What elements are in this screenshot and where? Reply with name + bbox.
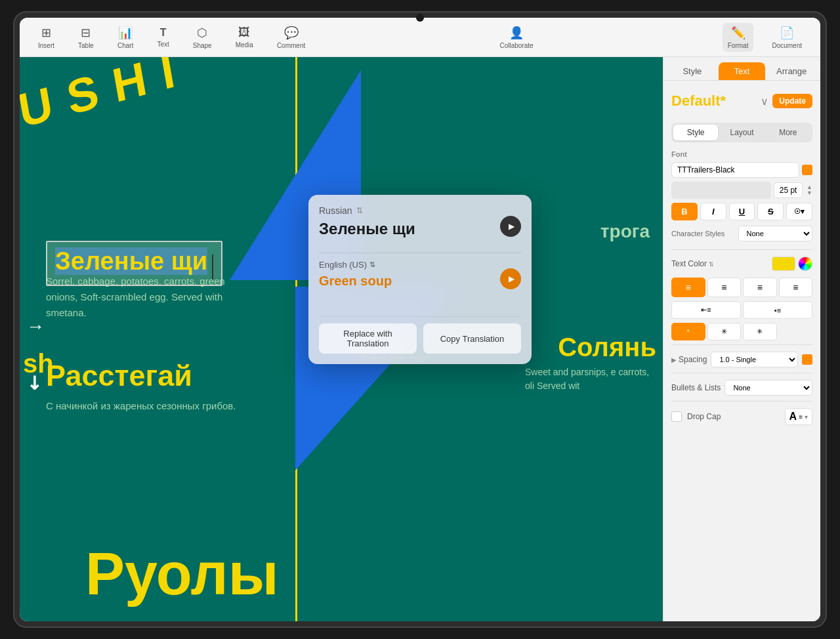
webcam — [416, 14, 424, 22]
font-size-stepper[interactable]: ▲ ▼ — [807, 184, 812, 196]
toolbar-item-table[interactable]: ⊟ Table — [73, 23, 99, 52]
font-size-input[interactable] — [774, 182, 803, 198]
bold-button[interactable]: B — [671, 203, 698, 220]
align-col-button[interactable]: * — [671, 323, 705, 340]
alignment-grid: ≡ ≡ ≡ ≡ — [671, 278, 812, 297]
source-lang-row: Russian ⇅ — [319, 205, 521, 216]
tab-text[interactable]: Text — [719, 62, 766, 80]
text-color-arrows: ⇅ — [709, 261, 714, 268]
char-styles-row: Character Styles None — [671, 226, 812, 241]
sub-tab-style[interactable]: Style — [673, 125, 718, 140]
play-translated-button[interactable]: ▶ — [500, 268, 521, 289]
toolbar-item-format[interactable]: ✏️ Format — [723, 23, 754, 52]
collaborate-label: Collaborate — [499, 42, 533, 49]
color-wheel-button[interactable] — [798, 257, 812, 271]
lang-arrows-icon: ⇅ — [356, 206, 363, 215]
translated-text: Green soup — [319, 274, 392, 289]
source-lang-label: Russian — [319, 205, 352, 216]
tab-arrange[interactable]: Arrange — [768, 62, 815, 80]
toolbar-item-chart[interactable]: 📊 Chart — [112, 23, 138, 52]
bullets-section: Bullets & Lists None — [671, 373, 812, 396]
bullets-label: Bullets & Lists — [671, 383, 721, 392]
more-format-button[interactable]: ☉▾ — [786, 203, 812, 220]
toolbar-item-collaborate[interactable]: 👤 Collaborate — [494, 23, 538, 52]
screen: ⊞ Insert ⊟ Table 📊 Chart T Text ⬡ Sha — [20, 18, 820, 621]
right-panel: Style Text Arrange Default* ∨ Update Sty… — [663, 57, 820, 621]
align-indent-button[interactable]: ⇤≡ — [671, 301, 741, 319]
comment-icon: 💬 — [284, 26, 299, 40]
spacing-label: ▶ Spacing — [671, 355, 707, 364]
align-center-button[interactable]: ≡ — [707, 278, 742, 297]
italic-button[interactable]: I — [700, 203, 726, 220]
spacing-row: ▶ Spacing 1.0 - Single — [671, 352, 812, 367]
align-right-button[interactable]: ≡ — [743, 278, 777, 297]
align-justify-button[interactable]: ≡ — [779, 278, 813, 297]
copy-translation-button[interactable]: Copy Translation — [423, 323, 521, 354]
toolbar-item-shape[interactable]: ⬡ Shape — [188, 23, 217, 52]
drop-cap-label: Drop Cap — [687, 412, 780, 421]
align-star3-button[interactable]: ✳ — [743, 323, 777, 340]
text-color-row: Text Color ⇅ — [671, 257, 812, 271]
format-icon: ✏️ — [731, 26, 746, 40]
align-star2-button[interactable]: ✳ — [707, 323, 742, 340]
drop-cap-style-button[interactable]: A ≡ ▾ — [785, 408, 812, 425]
drop-cap-lines-icon: ≡ — [799, 413, 803, 421]
char-styles-select[interactable]: None — [738, 226, 813, 241]
canvas-area: U S H I Зеленые щи Sorrel, cabbage, pota… — [20, 57, 663, 621]
drop-cap-chevron-icon: ▾ — [805, 413, 808, 421]
main-heading: U S H I — [20, 57, 179, 134]
toolbar-item-insert[interactable]: ⊞ Insert — [33, 23, 60, 52]
spacing-section: ▶ Spacing 1.0 - Single — [671, 344, 812, 367]
target-lang-label: English (US) — [319, 260, 367, 270]
description-1: Sorrel, cabbage, potatoes, carrots, gree… — [46, 274, 256, 321]
update-style-button[interactable]: Update — [772, 94, 812, 108]
sub-tab-layout[interactable]: Layout — [719, 125, 764, 140]
style-dropdown-icon[interactable]: ∨ — [761, 95, 768, 108]
table-icon: ⊟ — [81, 26, 91, 40]
tab-style[interactable]: Style — [669, 62, 716, 80]
toolbar-item-text[interactable]: T Text — [152, 24, 174, 51]
play-source-button[interactable]: ▶ — [500, 216, 521, 237]
sub-tab-more[interactable]: More — [766, 125, 810, 140]
toolbar-center: 👤 Collaborate — [494, 23, 538, 52]
drop-cap-checkbox[interactable] — [671, 411, 682, 422]
source-text-row: Зеленые щи ▶ — [319, 220, 521, 246]
alignment-row3: * ✳ ✳ — [671, 323, 812, 340]
panel-section-main: Default* ∨ Update Style Layout More Font — [663, 81, 820, 432]
desc-rasstegai: С начинкой из жареных сезонных грибов. — [46, 398, 236, 414]
heading-rasstegai: Расстегай — [46, 359, 192, 393]
table-label: Table — [78, 42, 94, 49]
bullets-select[interactable]: None — [724, 380, 812, 396]
right-header-1: трога — [600, 221, 650, 242]
toolbar-item-document[interactable]: 📄 Document — [766, 23, 807, 52]
format-buttons: B I U S ☉▾ — [671, 203, 812, 220]
media-label: Media — [236, 41, 253, 49]
comment-label: Comment — [277, 42, 305, 49]
align-left-button[interactable]: ≡ — [671, 278, 705, 297]
toolbar-item-media[interactable]: 🖼 Media — [230, 23, 259, 51]
bottom-heading: Руолы — [85, 541, 279, 608]
replace-translation-button[interactable]: Replace with Translation — [319, 323, 417, 354]
text-color-label: Text Color ⇅ — [671, 259, 772, 268]
arrow-left-icon: → — [26, 316, 45, 337]
strikethrough-button[interactable]: S — [757, 203, 784, 220]
align-outdent-button[interactable]: •≡ — [743, 301, 812, 319]
toolbar-item-comment[interactable]: 💬 Comment — [272, 23, 310, 52]
sub-tabs: Style Layout More — [671, 123, 812, 142]
text-color-swatch[interactable] — [772, 257, 795, 271]
right-desc: Sweet and parsnips, e carrots, oli Serve… — [525, 365, 656, 393]
document-icon: 📄 — [780, 26, 794, 40]
shape-label: Shape — [193, 42, 212, 49]
spacing-select[interactable]: 1.0 - Single — [711, 352, 798, 367]
selected-text: Зеленые щи — [55, 247, 207, 275]
text-icon: T — [160, 27, 167, 39]
font-style-bar — [671, 182, 771, 199]
underline-button[interactable]: U — [729, 203, 755, 220]
play-source-icon: ▶ — [509, 222, 514, 231]
panel-main-tabs: Style Text Arrange — [663, 57, 820, 81]
toolbar-left: ⊞ Insert ⊟ Table 📊 Chart T Text ⬡ Sha — [33, 23, 310, 52]
font-name-select[interactable]: TTTrailers-Black — [671, 162, 799, 178]
document-label: Document — [772, 42, 802, 49]
spacing-expand-icon[interactable]: ▶ — [671, 356, 677, 363]
font-size-row: ▲ ▼ — [671, 182, 812, 199]
